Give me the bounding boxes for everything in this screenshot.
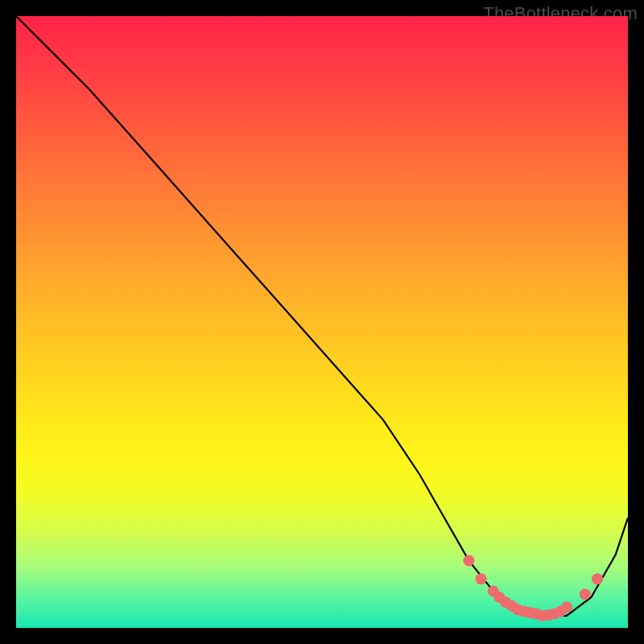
marker-group — [463, 555, 603, 621]
marker-dot — [592, 573, 603, 584]
marker-dot — [561, 601, 572, 613]
curve-line — [16, 16, 628, 616]
marker-dot — [463, 555, 474, 566]
chart-svg — [16, 16, 628, 628]
chart-stage: TheBottleneck.com — [0, 0, 644, 644]
marker-dot — [476, 573, 487, 584]
plot-area — [16, 16, 628, 628]
marker-dot — [580, 588, 591, 600]
